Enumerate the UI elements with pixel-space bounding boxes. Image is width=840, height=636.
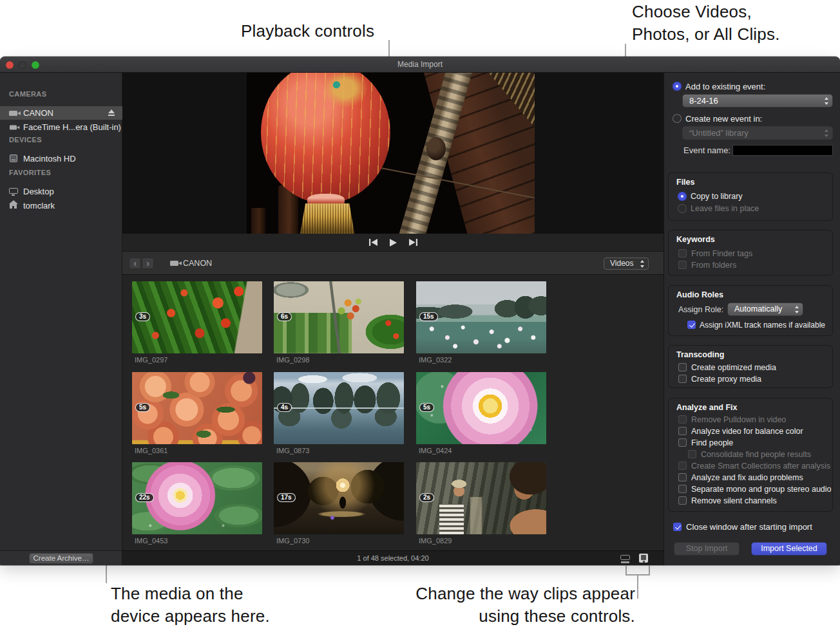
media-import-window: Media Import CAMERAS CANON FaceTime H...…	[0, 57, 840, 565]
fix-audio-label: Analyze and fix audio problems	[691, 473, 803, 482]
transcoding-title: Transcoding	[676, 350, 724, 359]
duration-badge: 22s	[135, 493, 154, 502]
files-title: Files	[676, 178, 695, 187]
assign-role-dropdown[interactable]: Automatically	[728, 303, 803, 315]
clip-name: IMG_0730	[276, 537, 309, 545]
sidebar-item-tomclark[interactable]: tomclark	[0, 199, 122, 212]
clip-thumbnail[interactable]: 2s	[416, 462, 546, 534]
event-name-input[interactable]	[732, 145, 833, 156]
sidebar-item-macintosh-hd[interactable]: Macintosh HD	[0, 152, 122, 165]
copy-to-library-radio[interactable]	[678, 192, 687, 201]
clip-item[interactable]: 22s IMG_0453	[132, 462, 262, 548]
clip-item[interactable]: 6s IMG_0298	[274, 281, 404, 367]
clip-item[interactable]: 15s IMG_0322	[416, 281, 546, 367]
add-existing-event-radio[interactable]	[673, 82, 682, 91]
balance-color-checkbox[interactable]	[678, 427, 687, 435]
find-people-checkbox[interactable]	[678, 438, 687, 447]
remove-silent-checkbox[interactable]	[678, 496, 687, 505]
clip-thumbnail[interactable]: 17s	[274, 462, 404, 534]
create-archive-button[interactable]: Create Archive…	[29, 553, 93, 564]
existing-event-dropdown[interactable]: 8-24-16	[683, 95, 832, 107]
duration-badge: 6s	[277, 312, 292, 321]
annotation-media-line1: The media on the	[111, 583, 243, 605]
clip-filter-dropdown[interactable]: Videos	[604, 257, 649, 270]
clip-item[interactable]: 5s IMG_0424	[416, 372, 546, 458]
clip-thumbnail[interactable]: 6s	[274, 281, 404, 353]
sidebar-item-canon[interactable]: CANON	[0, 106, 122, 120]
preview-image-lantern[interactable]	[247, 73, 535, 234]
audio-roles-section: Audio Roles Assign Role: Automatically A…	[668, 285, 833, 336]
remove-pulldown-label: Remove Pulldown in video	[691, 415, 786, 424]
duration-badge: 17s	[277, 493, 296, 502]
clip-name: IMG_0361	[135, 447, 167, 454]
fix-audio-checkbox[interactable]	[678, 473, 687, 482]
clip-item[interactable]: 5s IMG_0361	[132, 372, 262, 458]
hard-drive-icon	[10, 154, 17, 162]
duration-badge: 5s	[135, 403, 150, 412]
clip-thumbnail[interactable]: 3s	[132, 281, 262, 353]
clip-thumbnail[interactable]: 22s	[132, 462, 262, 534]
skip-forward-button[interactable]	[409, 239, 417, 246]
duration-badge: 4s	[277, 403, 292, 412]
eject-icon[interactable]	[108, 109, 115, 117]
clip-item[interactable]: 3s IMG_0297	[132, 281, 262, 367]
stop-import-button: Stop Import	[674, 543, 739, 555]
playback-controls	[122, 234, 663, 252]
play-button[interactable]	[390, 239, 397, 247]
clip-item[interactable]: 17s IMG_0730	[274, 462, 404, 548]
finder-tags-label: From Finder tags	[691, 249, 752, 258]
clip-item[interactable]: 4s IMG_0873	[274, 372, 404, 458]
from-folders-label: From folders	[691, 261, 736, 270]
separate-mono-checkbox[interactable]	[678, 485, 687, 493]
library-value: “Untitled” library	[689, 127, 749, 139]
preview-area	[122, 73, 663, 234]
duration-badge: 5s	[419, 403, 434, 412]
filmstrip-view-button[interactable]	[639, 554, 648, 563]
analyze-fix-section: Analyze and Fix Remove Pulldown in video…	[668, 398, 833, 512]
duration-badge: 3s	[135, 312, 150, 321]
sidebar-item-label: Desktop	[23, 185, 54, 198]
optimized-media-checkbox[interactable]	[678, 363, 687, 371]
sidebar-item-label: FaceTime H...era (Built-in)	[23, 120, 121, 134]
back-button[interactable]: ‹	[129, 257, 141, 269]
finder-tags-checkbox	[678, 249, 687, 257]
optimized-media-label: Create optimized media	[691, 363, 776, 372]
clip-thumbnail[interactable]: 15s	[416, 281, 546, 353]
annotation-line-controls-stem	[637, 574, 638, 599]
sidebar: CAMERAS CANON FaceTime H...era (Built-in…	[0, 73, 122, 550]
sidebar-item-desktop[interactable]: Desktop	[0, 185, 122, 198]
clip-name: IMG_0829	[419, 537, 452, 545]
sidebar-item-facetime[interactable]: FaceTime H...era (Built-in)	[0, 120, 122, 134]
import-selected-button[interactable]: Import Selected	[752, 543, 826, 555]
clip-item[interactable]: 2s IMG_0829	[416, 462, 546, 548]
analyze-fix-title: Analyze and Fix	[676, 403, 737, 412]
consolidate-people-label: Consolidate find people results	[701, 450, 811, 459]
chevron-up-down-icon	[824, 129, 830, 137]
selection-status: 1 of 48 selected, 04:20	[122, 551, 663, 565]
event-name-label: Event name:	[683, 145, 730, 155]
clip-thumbnail[interactable]: 5s	[416, 372, 546, 444]
close-after-import-checkbox[interactable]	[673, 523, 682, 531]
clip-appearance-button[interactable]	[620, 555, 630, 560]
keywords-section: Keywords From Finder tags From folders	[668, 230, 833, 276]
clip-thumbnail[interactable]: 4s	[274, 372, 404, 444]
clip-name: IMG_0322	[419, 356, 452, 364]
copy-to-library-label: Copy to library	[691, 192, 743, 201]
ixml-checkbox[interactable]	[687, 321, 696, 329]
transcoding-section: Transcoding Create optimized media Creat…	[668, 345, 833, 388]
keywords-title: Keywords	[676, 235, 715, 244]
lantern-tassel-art	[300, 203, 355, 234]
title-bar[interactable]: Media Import	[0, 57, 840, 73]
create-new-event-radio[interactable]	[673, 114, 682, 123]
screenshot-stage: Playback controls Choose Videos, Photos,…	[0, 0, 840, 636]
sidebar-item-label: tomclark	[23, 199, 55, 212]
proxy-media-checkbox[interactable]	[678, 375, 687, 383]
forward-button[interactable]: ›	[142, 257, 154, 269]
annotation-choose-line1: Choose Videos,	[632, 1, 752, 23]
remove-silent-label: Remove silent channels	[691, 496, 777, 505]
chevron-up-down-icon	[640, 260, 645, 268]
clip-thumbnail[interactable]: 5s	[132, 372, 262, 444]
add-existing-event-label: Add to existing event:	[685, 82, 765, 91]
skip-back-button[interactable]	[369, 239, 377, 246]
close-after-import-label: Close window after starting import	[686, 522, 812, 532]
